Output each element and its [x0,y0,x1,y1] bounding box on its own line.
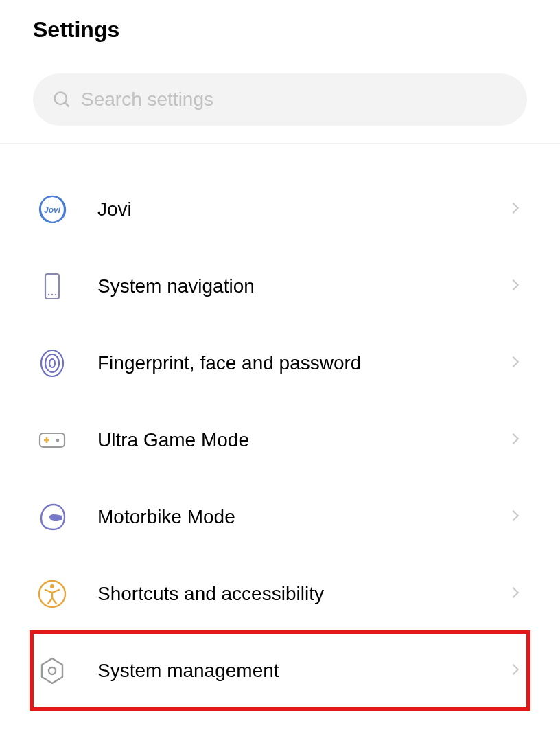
list-item-ultra-game-mode[interactable]: Ultra Game Mode [33,402,527,479]
svg-point-0 [55,93,67,105]
item-label: Motorbike Mode [97,506,478,528]
search-icon [52,90,71,109]
svg-text:Jovi: Jovi [44,205,61,215]
svg-point-7 [55,294,57,296]
chevron-right-icon [508,431,523,449]
jovi-icon: Jovi [37,194,67,225]
svg-point-6 [51,294,54,296]
accessibility-icon [37,579,67,609]
item-label: Shortcuts and accessibility [97,583,478,605]
item-label: Jovi [97,198,478,220]
gear-hex-icon [37,656,67,686]
svg-rect-11 [40,433,65,447]
list-item-system-management[interactable]: System management [32,632,528,709]
chevron-right-icon [508,354,523,372]
list-item-system-navigation[interactable]: System navigation [33,248,527,325]
settings-list: Jovi Jovi System navigation [0,144,560,737]
svg-point-14 [56,439,60,442]
svg-point-5 [48,294,50,296]
chevron-right-icon [508,508,523,526]
list-item-motorbike-mode[interactable]: Motorbike Mode [33,479,527,555]
chevron-right-icon [508,277,523,295]
chevron-right-icon [508,201,523,218]
list-item-shortcuts-accessibility[interactable]: Shortcuts and accessibility [33,555,527,632]
fingerprint-icon [37,348,67,378]
svg-point-18 [49,667,56,674]
item-label: System management [97,660,478,682]
search-container [0,53,560,143]
item-label: Fingerprint, face and password [97,352,478,374]
chevron-right-icon [508,662,523,680]
header: Settings [0,0,560,53]
search-box[interactable] [33,73,527,126]
item-label: System navigation [97,275,478,297]
search-input[interactable] [81,89,508,111]
list-item-jovi[interactable]: Jovi Jovi [33,171,527,248]
svg-line-1 [65,103,69,107]
svg-marker-17 [42,658,62,683]
svg-point-10 [49,359,55,367]
phone-nav-icon [37,271,67,301]
gamepad-icon [37,425,67,455]
list-item-fingerprint-face-password[interactable]: Fingerprint, face and password [33,325,527,402]
helmet-icon [37,502,67,532]
page-title: Settings [33,17,527,43]
svg-point-9 [45,354,59,372]
item-label: Ultra Game Mode [97,429,478,451]
chevron-right-icon [508,585,523,603]
svg-point-16 [50,584,54,588]
